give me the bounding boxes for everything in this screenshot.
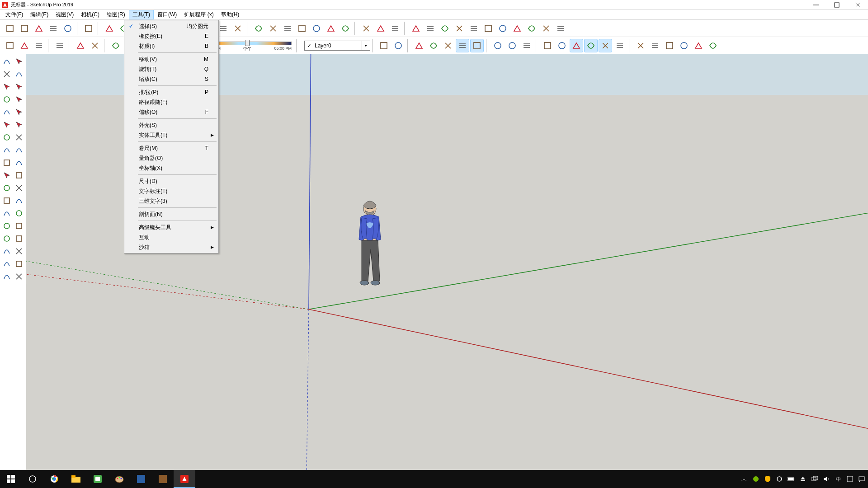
view-extra-5[interactable] [510,22,524,35]
view-extra-6[interactable] [525,22,538,35]
save[interactable] [32,39,46,52]
tool-freehand[interactable] [14,81,25,93]
tool-pushpull[interactable] [1,169,13,181]
menu-6[interactable]: 窗口(W) [154,10,180,19]
tool-arc[interactable] [1,119,13,131]
3d-warehouse[interactable] [109,39,123,52]
sandbox1[interactable] [634,39,647,52]
edge-style-5[interactable] [310,22,323,35]
edge-style-3[interactable] [281,22,294,35]
paste[interactable] [61,22,75,35]
menu-item-16[interactable]: 量角器(O) [125,153,217,163]
tool-followme[interactable] [14,169,25,181]
tool-zoom[interactable] [1,233,13,244]
menu-item-23[interactable]: 剖切面(N) [125,209,217,219]
tool-position-camera[interactable] [1,258,13,270]
section-cut[interactable] [374,22,387,35]
menu-7[interactable]: 扩展程序 (x) [180,10,217,19]
tool-zoom-extents[interactable] [1,245,13,257]
tool-polygon[interactable] [14,106,25,118]
view-extra-3[interactable] [481,22,495,35]
menu-8[interactable]: 帮助(H) [217,10,243,19]
menu-item-5[interactable]: 旋转(T)Q [125,64,217,74]
view-extra-2[interactable] [467,22,481,35]
tool-rotated-rect[interactable] [14,94,25,105]
maximize-button[interactable] [826,0,847,10]
front[interactable] [505,39,519,52]
cut[interactable] [32,22,46,35]
tool-circle[interactable] [1,106,13,118]
tool-paint[interactable] [1,68,13,80]
menu-item-12[interactable]: 外壳(S) [125,120,217,130]
face-style6[interactable] [613,39,627,52]
sandbox3[interactable] [663,39,676,52]
tool-dimension[interactable] [1,195,13,206]
model-info[interactable] [74,39,87,52]
tool-look[interactable] [14,258,25,270]
solid1[interactable] [377,39,391,52]
menu-item-27[interactable]: 沙箱▶ [125,242,217,252]
menu-2[interactable]: 视图(V) [52,10,77,19]
menu-item-9[interactable]: 路径跟随(F) [125,97,217,107]
edge-style-6[interactable] [324,22,338,35]
tool-arc2[interactable] [14,119,25,131]
face-style5[interactable] [599,39,612,52]
layer-combo[interactable]: ✓Layer0▾ [304,41,370,51]
sandbox4[interactable] [677,39,691,52]
tool-eraser[interactable] [14,68,25,80]
solid2[interactable] [392,39,405,52]
solid4[interactable] [427,39,440,52]
solid6[interactable] [456,39,469,52]
solid7[interactable] [470,39,484,52]
solid3[interactable] [412,39,426,52]
tool-section[interactable] [14,207,25,219]
menu-item-1[interactable]: 橡皮擦(E)E [125,31,217,41]
tool-select[interactable] [1,56,13,67]
slider-handle[interactable] [245,40,250,46]
copy[interactable] [47,22,60,35]
tool-tape[interactable] [1,182,13,194]
view-extra-8[interactable] [554,22,567,35]
tool-lasso[interactable] [14,56,25,67]
menu-item-26[interactable]: 互动 [125,232,217,242]
menu-item-17[interactable]: 坐标轴(X) [125,163,217,173]
edge-style-1[interactable] [252,22,265,35]
menu-item-13[interactable]: 实体工具(T)▶ [125,130,217,140]
tool-offset[interactable] [14,157,25,169]
close-button[interactable] [847,0,868,10]
tool-protractor[interactable] [14,182,25,194]
menu-item-0[interactable]: ✓选择(S)均分图元 [125,21,217,31]
view-extra-0[interactable] [438,22,452,35]
menu-item-2[interactable]: 材质(I)B [125,41,217,51]
tool-axes[interactable] [1,207,13,219]
edge-style-7[interactable] [339,22,352,35]
face-style4[interactable] [584,39,598,52]
menu-0[interactable]: 文件(F) [2,10,27,19]
menu-item-10[interactable]: 偏移(O)F [125,107,217,117]
view-extra-1[interactable] [453,22,466,35]
tool-section-view[interactable] [14,271,25,282]
menu-5[interactable]: 工具(T) [129,10,154,19]
section-fill[interactable] [388,22,402,35]
menu-item-19[interactable]: 尺寸(D) [125,176,217,186]
redo[interactable] [18,22,31,35]
tool-orbit[interactable] [1,220,13,232]
menu-item-4[interactable]: 移动(V)M [125,54,217,64]
face-style2[interactable] [555,39,569,52]
menu-item-21[interactable]: 三维文字(3) [125,196,217,206]
iso[interactable] [491,39,505,52]
minimize-button[interactable] [806,0,826,10]
view-extra-4[interactable] [496,22,509,35]
back[interactable] [520,39,533,52]
menu-3[interactable]: 相机(C) [77,10,103,19]
menu-1[interactable]: 编辑(E) [27,10,52,19]
face-style1[interactable] [541,39,554,52]
tool-walk[interactable] [1,271,13,282]
tool-text[interactable] [14,195,25,206]
print[interactable] [53,39,66,52]
undo[interactable] [3,22,17,35]
tool-line[interactable] [1,81,13,93]
erase[interactable] [82,22,95,35]
menu-item-8[interactable]: 推/拉(P)P [125,87,217,97]
sandbox2[interactable] [648,39,662,52]
